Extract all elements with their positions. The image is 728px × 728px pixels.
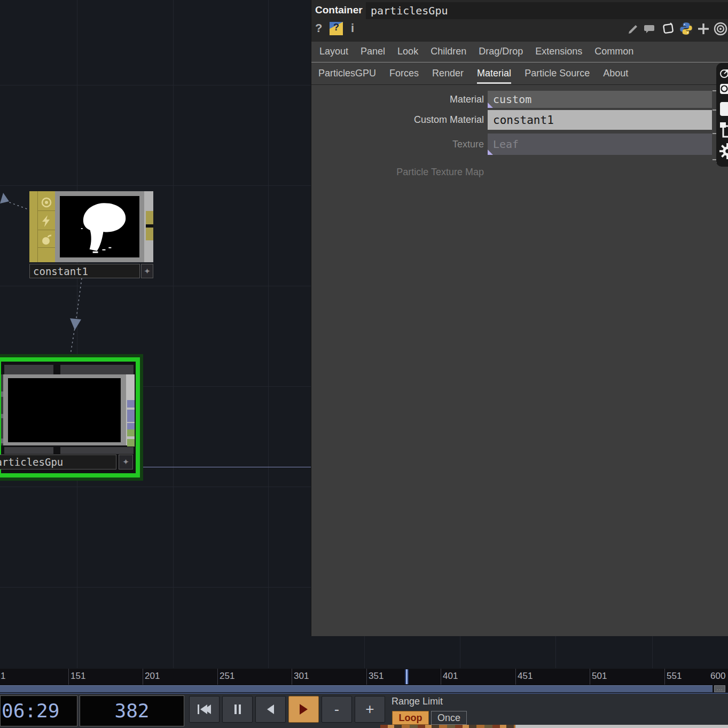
geometry-viewer-icon[interactable] [719, 122, 728, 138]
output-connector[interactable] [146, 211, 153, 224]
range-bar[interactable] [0, 685, 713, 692]
node-output-strip [144, 191, 153, 262]
node-flag-button[interactable]: ✦ [141, 264, 153, 278]
pause-icon [234, 704, 237, 714]
panel-icon[interactable] [719, 101, 728, 116]
skip-start-icon [198, 704, 199, 714]
once-button[interactable]: Once [431, 711, 467, 725]
output-connector[interactable] [127, 400, 135, 408]
leaf-texture-preview [60, 196, 139, 257]
annotate-icon[interactable] [661, 21, 675, 35]
node-flag-button[interactable]: ✦ [119, 455, 133, 469]
node-wires [0, 0, 311, 668]
pause-button[interactable] [222, 696, 253, 723]
comment-icon[interactable] [643, 22, 656, 35]
menu-tab-look[interactable]: Look [397, 46, 418, 57]
wire-arrow-icon [70, 318, 81, 330]
node-name-field[interactable]: constant1 [29, 264, 140, 278]
tick-label: 401 [443, 671, 458, 682]
menu-triangle-icon [488, 150, 493, 155]
play-icon [300, 704, 308, 715]
step-increment-button[interactable]: + [355, 696, 385, 723]
tick-label: 301 [294, 671, 309, 682]
edit-pencil-icon[interactable] [627, 22, 639, 35]
tab-about[interactable]: About [603, 68, 628, 84]
operator-name-field[interactable]: particlesGpu [366, 2, 728, 19]
viewer-icon[interactable] [40, 196, 53, 209]
node-viewer-frame[interactable] [55, 191, 144, 262]
node-viewer-frame[interactable] [3, 374, 127, 445]
tick-label: 551 [667, 671, 682, 682]
python-help-icon[interactable]: ? [330, 22, 343, 35]
menu-tab-panel[interactable]: Panel [361, 46, 385, 57]
range-bar-zone: ... [0, 685, 728, 693]
gear-icon[interactable] [719, 143, 728, 159]
star-icon: ✦ [144, 267, 151, 276]
param-tab-bar: ParticlesGPU Forces Render Material Part… [318, 68, 628, 84]
tick-label: 251 [220, 671, 234, 682]
time-counter[interactable]: 06:29 [0, 695, 77, 726]
custom-material-field[interactable]: constant1 [488, 110, 712, 130]
node-flag-column[interactable] [29, 191, 55, 262]
tick-label: 151 [71, 671, 85, 682]
link-icon[interactable] [719, 67, 728, 80]
lock-icon[interactable] [40, 233, 53, 246]
param-label-custom-material: Custom Material [311, 110, 484, 130]
tab-render[interactable]: Render [432, 68, 464, 84]
node-constant1[interactable]: constant1 ✦ [29, 191, 153, 278]
output-connector[interactable] [127, 423, 135, 429]
step-decrement-button[interactable]: - [322, 696, 352, 723]
menu-tab-children[interactable]: Children [430, 46, 466, 57]
menu-tab-extensions[interactable]: Extensions [535, 46, 582, 57]
menu-triangle-icon [488, 103, 493, 108]
tab-particlesgpu[interactable]: ParticlesGPU [318, 68, 376, 84]
output-connector[interactable] [127, 439, 135, 447]
parameter-dialog: Container particlesGpu ? ? i [311, 0, 728, 636]
play-button[interactable] [288, 696, 319, 723]
output-connector[interactable] [146, 228, 153, 240]
param-label-particle-texture-map: Particle Texture Map [311, 165, 484, 179]
menu-tab-dragdrop[interactable]: Drag/Drop [479, 46, 523, 57]
menu-tab-bar: Layout Panel Look Children Drag/Drop Ext… [319, 46, 633, 57]
tick-label: 501 [592, 671, 607, 682]
tick-label: 1 [1, 671, 5, 682]
skip-to-start-button[interactable] [189, 696, 220, 723]
operator-type-label: Container [315, 4, 363, 16]
tab-particle-source[interactable]: Particle Source [525, 68, 590, 84]
timeline-ruler[interactable]: 1 151 201 251 301 351 401 451 501 551 60… [0, 669, 728, 685]
palette-strip [380, 725, 515, 728]
loop-button[interactable]: Loop [392, 711, 429, 725]
tab-material[interactable]: Material [477, 68, 511, 84]
material-menu-field[interactable]: custom [488, 91, 712, 108]
add-icon[interactable] [697, 22, 710, 35]
range-handle[interactable]: ... [714, 685, 725, 692]
step-back-button[interactable] [255, 696, 286, 723]
node-name-field[interactable]: particlesGpu [0, 455, 116, 469]
target-icon[interactable] [714, 22, 727, 36]
node-preview[interactable] [8, 378, 121, 442]
range-limit-label: Range Limit [392, 696, 443, 707]
step-back-icon [267, 704, 274, 714]
menu-tab-layout[interactable]: Layout [319, 46, 348, 57]
playhead[interactable] [405, 669, 409, 684]
help-icon[interactable]: ? [315, 21, 322, 35]
node-name-label: constant1 [33, 265, 88, 277]
tick-label: 600 [710, 671, 725, 682]
node-name-label: particlesGpu [0, 456, 63, 468]
bypass-bolt-icon[interactable] [40, 215, 53, 228]
tab-forces[interactable]: Forces [389, 68, 419, 84]
scrollbar-strip[interactable] [515, 725, 728, 728]
node-preview[interactable] [60, 196, 139, 257]
param-label-material: Material [311, 91, 484, 108]
texture-field[interactable]: Leaf [488, 134, 712, 155]
python-icon[interactable] [679, 21, 693, 36]
param-label-texture: Texture [311, 134, 484, 155]
output-connector[interactable] [127, 410, 135, 422]
frame-counter[interactable]: 382 [80, 695, 184, 726]
touchdesigner-window: constant1 ✦ [0, 0, 728, 728]
side-toolbar [716, 63, 728, 167]
output-connector[interactable] [127, 429, 135, 436]
camera-icon[interactable] [719, 82, 728, 96]
menu-tab-common[interactable]: Common [594, 46, 633, 57]
info-icon[interactable]: i [351, 21, 354, 35]
